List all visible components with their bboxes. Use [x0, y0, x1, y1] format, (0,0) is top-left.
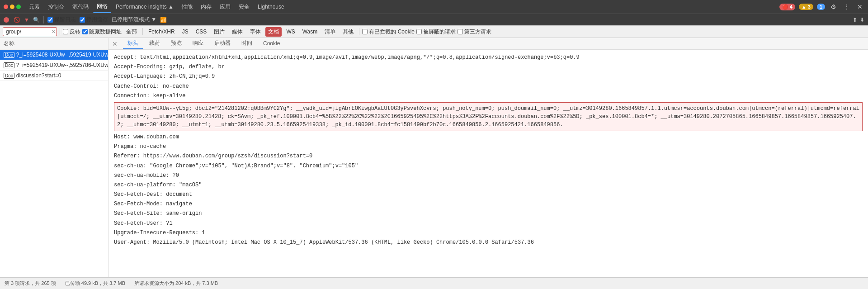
- requests-header: 名称: [0, 38, 108, 50]
- tab-timing[interactable]: 时间: [237, 38, 257, 49]
- tab-response[interactable]: 响应: [188, 38, 208, 49]
- main-content: 名称 Doc ?_i=5925408-UXUw--,5925419-UXUw--…: [0, 38, 868, 277]
- tab-elements[interactable]: 元素: [25, 1, 43, 13]
- more-icon[interactable]: ⋮: [842, 2, 852, 11]
- tab-lighthouse[interactable]: Lighthouse: [254, 2, 288, 12]
- header-sec-fetch-mode: Sec-Fetch-Mode: navigate: [114, 200, 863, 208]
- tab-initiator[interactable]: 启动器: [210, 38, 235, 49]
- tab-headers[interactable]: 标头: [123, 38, 143, 49]
- filter-type-wasm[interactable]: Wasm: [300, 28, 321, 36]
- header-upgrade-insecure: Upgrade-Insecure-Requests: 1: [114, 229, 863, 237]
- header-sec-fetch-site: Sec-Fetch-Site: same-origin: [114, 209, 863, 218]
- header-cache-control: Cache-Control: no-cache: [114, 82, 863, 91]
- headers-content: Accept: text/html,application/xhtml+xml,…: [108, 50, 868, 277]
- header-sec-ch-ua-platform: sec-ch-ua-platform: "macOS": [114, 181, 863, 190]
- filter-input-wrap: ✕: [3, 27, 57, 36]
- header-accept: Accept: text/html,application/xhtml+xml,…: [114, 53, 863, 62]
- status-bar: 第 3 项请求，共 265 项 已传输 49.9 kB，共 3.7 MB 所请求…: [0, 277, 868, 289]
- blocked-cookie-checkbox[interactable]: 有已拦截的 Cookie: [362, 28, 415, 36]
- upload-icon[interactable]: ⬆: [853, 17, 857, 23]
- clear-button[interactable]: 🚫: [14, 17, 20, 23]
- top-toolbar: 元素 控制台 源代码 网络 Performance insights ▲ 性能 …: [0, 0, 868, 14]
- disable-cache-checkbox[interactable]: 停用缓存: [80, 16, 108, 24]
- status-resources: 所请求资源大小为 204 kB，共 7.3 MB: [134, 280, 218, 287]
- preserve-log-checkbox[interactable]: 保留日志: [47, 16, 76, 24]
- header-sec-ch-ua: sec-ch-ua: "Google Chrome";v="105", "Not…: [114, 162, 863, 171]
- header-host: Host: www.douban.com: [114, 133, 863, 142]
- close-detail-button[interactable]: ✕: [112, 40, 118, 47]
- filter-type-all[interactable]: 全部: [123, 27, 140, 37]
- search-button[interactable]: 🔍: [33, 17, 40, 23]
- hide-data-url-checkbox[interactable]: 隐藏数据网址: [82, 28, 122, 36]
- status-requests: 第 3 项请求，共 265 项: [5, 280, 56, 287]
- header-referer: Referer: https://www.douban.com/group/sz…: [114, 152, 863, 161]
- request-item-1[interactable]: Doc ?_i=5925408-UXUw--,5925419-UXUw--: [0, 50, 108, 60]
- header-user-agent: User-Agent: Mozilla/5.0 (Macintosh; Inte…: [114, 238, 863, 247]
- tab-performance-insights[interactable]: Performance insights ▲: [112, 2, 177, 12]
- network-toolbar: 🚫 ▼ 🔍 保留日志 停用缓存 已停用节流模式 ▼ 📶 ⬆ ⬇: [0, 14, 868, 25]
- request-item-2[interactable]: Doc ?_i=5925419-UXUw--,5925786-UXUw--: [0, 60, 108, 71]
- request-name: ?_i=5925419-UXUw--,5925786-UXUw--: [16, 62, 108, 68]
- invert-checkbox[interactable]: 反转: [63, 28, 80, 36]
- header-pragma: Pragma: no-cache: [114, 142, 863, 151]
- badge-warnings: ▲ 3: [799, 4, 813, 10]
- request-type-badge: Doc: [4, 62, 14, 68]
- tab-application[interactable]: 应用: [216, 1, 234, 13]
- tab-network[interactable]: 网络: [93, 1, 111, 13]
- filter-type-doc[interactable]: 文档: [265, 27, 282, 37]
- requests-list: 名称 Doc ?_i=5925408-UXUw--,5925419-UXUw--…: [0, 38, 108, 277]
- filter-clear-button[interactable]: ✕: [52, 29, 56, 35]
- request-detail: ✕ 标头 载荷 预览 响应 启动器 时间 Cookie Accept: text…: [108, 38, 868, 277]
- request-item-3[interactable]: Doc discussion?start=0: [0, 71, 108, 81]
- tab-sources[interactable]: 源代码: [69, 1, 92, 13]
- request-type-badge: Doc: [4, 52, 14, 58]
- settings-icon[interactable]: ⚙: [829, 2, 838, 11]
- third-party-checkbox[interactable]: 第三方请求: [458, 28, 491, 36]
- header-sec-fetch-dest: Sec-Fetch-Dest: document: [114, 190, 863, 199]
- filter-type-fetch-xhr[interactable]: Fetch/XHR: [146, 28, 178, 36]
- header-cookie: Cookie: bid=UXUw--yL5g; dbcl2="214281202…: [114, 102, 863, 131]
- filter-type-other[interactable]: 其他: [340, 27, 356, 37]
- tab-cookies[interactable]: Cookie: [259, 39, 284, 49]
- window-control-red[interactable]: [4, 5, 8, 9]
- filter-type-img[interactable]: 图片: [211, 27, 227, 37]
- network-icon: 📶: [160, 17, 167, 23]
- filter-icon[interactable]: ▼: [24, 17, 29, 23]
- record-button[interactable]: [4, 17, 9, 23]
- filter-type-css[interactable]: CSS: [193, 28, 210, 36]
- header-connection: Connection: keep-alive: [114, 92, 863, 100]
- header-sec-ch-ua-mobile: sec-ch-ua-mobile: ?0: [114, 171, 863, 180]
- filter-type-font[interactable]: 字体: [247, 27, 264, 37]
- cookie-value: bid=UXUw--yL5g; dbcl2="214281202:q0BBm9Y…: [117, 105, 859, 128]
- detail-tabs: ✕ 标头 载荷 预览 响应 启动器 时间 Cookie: [108, 38, 868, 50]
- filter-input[interactable]: [3, 27, 57, 36]
- header-accept-encoding: Accept-Encoding: gzip, deflate, br: [114, 63, 863, 71]
- badge-errors: 🔴 4: [779, 4, 795, 10]
- filter-type-media[interactable]: 媒体: [229, 27, 245, 37]
- window-control-green[interactable]: [16, 5, 21, 9]
- tab-payload[interactable]: 载荷: [145, 38, 165, 49]
- filter-type-ws[interactable]: WS: [283, 28, 297, 36]
- header-accept-language: Accept-Language: zh-CN,zh;q=0.9: [114, 72, 863, 81]
- filter-bar: ✕ 反转 隐藏数据网址 全部 Fetch/XHR JS CSS 图片 媒体 字体…: [0, 25, 868, 38]
- close-icon[interactable]: ✕: [855, 2, 864, 11]
- header-sec-fetch-user: Sec-Fetch-User: ?1: [114, 219, 863, 228]
- download-icon[interactable]: ⬇: [860, 17, 864, 23]
- tab-memory[interactable]: 内存: [197, 1, 215, 13]
- request-type-badge: Doc: [4, 73, 14, 79]
- badge-info: 1: [817, 4, 825, 10]
- filter-type-manifest[interactable]: 清单: [322, 27, 338, 37]
- cookie-label: Cookie:: [117, 105, 140, 112]
- tab-console[interactable]: 控制台: [44, 1, 68, 13]
- request-name: discussion?start=0: [16, 72, 61, 79]
- window-control-yellow[interactable]: [10, 5, 14, 9]
- request-name: ?_i=5925408-UXUw--,5925419-UXUw--: [16, 52, 108, 58]
- tab-performance[interactable]: 性能: [178, 1, 196, 13]
- status-transferred: 已传输 49.9 kB，共 3.7 MB: [65, 280, 125, 287]
- blocked-request-checkbox[interactable]: 被屏蔽的请求: [416, 28, 456, 36]
- throttle-dropdown[interactable]: 已停用节流模式 ▼: [112, 16, 156, 24]
- tab-preview[interactable]: 预览: [166, 38, 186, 49]
- tab-security[interactable]: 安全: [235, 1, 253, 13]
- filter-type-js[interactable]: JS: [179, 28, 191, 36]
